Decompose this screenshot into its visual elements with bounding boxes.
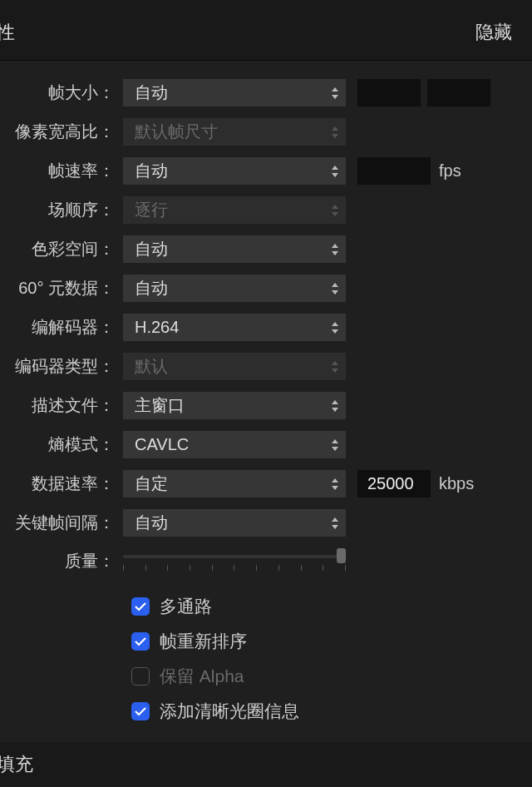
checkbox-multipass[interactable]: 多通路 [131,595,532,618]
row-frame-rate: 帧速率： 自动 fps [0,157,532,185]
input-fps[interactable] [357,157,431,185]
select-value: 逐行 [135,199,168,221]
select-value: 自动 [135,82,168,104]
updown-icon [331,517,339,529]
label-codec: 编解码器： [0,316,123,339]
row-pixel-aspect: 像素宽高比： 默认帧尺寸 [0,118,532,146]
unit-fps: fps [439,161,461,181]
slider-ticks [123,565,346,571]
row-data-rate: 数据速率： 自定 25000 kbps [0,470,532,497]
label-color-space: 色彩空间： [0,238,123,260]
footer-title: 填充 [0,752,33,777]
label-profile: 描述文件： [0,394,123,417]
checkbox-label: 多通路 [160,595,212,618]
checkbox-label: 保留 Alpha [160,665,244,688]
select-keyframe-interval[interactable]: 自动 [123,509,346,537]
updown-icon [331,400,339,412]
updown-icon [331,361,339,373]
row-profile: 描述文件： 主窗口 [0,392,532,419]
select-encoder-type: 默认 [123,353,346,380]
row-entropy-mode: 熵模式： CAVLC [0,431,532,458]
slider-thumb[interactable] [337,548,346,563]
label-field-order: 场顺序： [0,199,123,221]
updown-icon [331,126,339,138]
select-value: 默认 [135,355,168,378]
select-pixel-aspect: 默认帧尺寸 [123,118,346,146]
updown-icon [331,87,339,99]
updown-icon [331,322,339,334]
select-value: 自定 [135,473,168,495]
select-profile[interactable]: 主窗口 [123,392,346,419]
checkbox-group: 多通路 帧重新排序 保留 Alpha 添加清晰光圈信息 [0,585,532,723]
select-value: 默认帧尺寸 [135,121,218,143]
row-frame-size: 帧大小： 自动 [0,79,532,106]
hide-button[interactable]: 隐藏 [475,20,512,45]
label-360-metadata: 60° 元数据： [0,277,123,299]
check-icon [131,702,150,720]
check-icon [131,667,150,686]
row-quality: 质量： [0,548,532,573]
label-frame-rate: 帧速率： [0,160,123,182]
unit-kbps: kbps [439,474,474,493]
select-codec[interactable]: H.264 [123,314,346,341]
footer-section: 填充 [0,742,532,787]
select-value: 主窗口 [135,394,185,417]
input-height[interactable] [427,79,490,106]
label-frame-size: 帧大小： [0,82,123,104]
input-width[interactable] [357,79,421,106]
label-quality: 质量： [0,550,123,572]
updown-icon [331,283,339,295]
label-keyframe-interval: 关键帧间隔： [0,512,123,534]
row-codec: 编解码器： H.264 [0,314,532,341]
row-360-metadata: 60° 元数据： 自动 [0,275,532,302]
panel-header: 性 隐藏 [0,0,532,60]
input-data-rate[interactable]: 25000 [357,470,431,497]
checkbox-frame-reorder[interactable]: 帧重新排序 [131,630,532,653]
select-data-rate[interactable]: 自定 [123,470,346,497]
slider-track [123,555,346,558]
select-entropy-mode[interactable]: CAVLC [123,431,346,458]
updown-icon [331,244,339,255]
check-icon [131,597,150,616]
label-encoder-type: 编码器类型： [0,355,123,378]
select-value: 自动 [135,512,168,534]
checkbox-clean-aperture[interactable]: 添加清晰光圈信息 [131,700,532,723]
select-value: H.264 [135,318,179,337]
row-field-order: 场顺序： 逐行 [0,196,532,224]
checkbox-label: 帧重新排序 [160,630,247,653]
label-data-rate: 数据速率： [0,473,123,495]
select-value: 自动 [135,238,168,260]
select-field-order: 逐行 [123,196,346,224]
select-value: CAVLC [135,435,189,454]
check-icon [131,632,150,651]
checkbox-label: 添加清晰光圈信息 [160,700,299,723]
label-pixel-aspect: 像素宽高比： [0,121,123,143]
select-frame-size[interactable]: 自动 [123,79,346,106]
updown-icon [331,166,339,177]
updown-icon [331,439,339,451]
updown-icon [331,205,339,216]
panel-title: 性 [0,20,15,45]
select-color-space[interactable]: 自动 [123,235,346,263]
label-entropy-mode: 熵模式： [0,433,123,456]
checkbox-keep-alpha: 保留 Alpha [131,665,532,688]
settings-content: 帧大小： 自动 像素宽高比： 默认帧尺寸 帧速率： 自动 fps 场顺序： 逐行… [0,61,532,723]
select-frame-rate[interactable]: 自动 [123,157,346,185]
row-color-space: 色彩空间： 自动 [0,235,532,263]
select-value: 自动 [135,277,168,299]
slider-quality[interactable] [123,548,346,573]
select-value: 自动 [135,160,168,182]
select-360-metadata[interactable]: 自动 [123,275,346,302]
row-keyframe-interval: 关键帧间隔： 自动 [0,509,532,537]
row-encoder-type: 编码器类型： 默认 [0,353,532,380]
updown-icon [331,478,339,490]
